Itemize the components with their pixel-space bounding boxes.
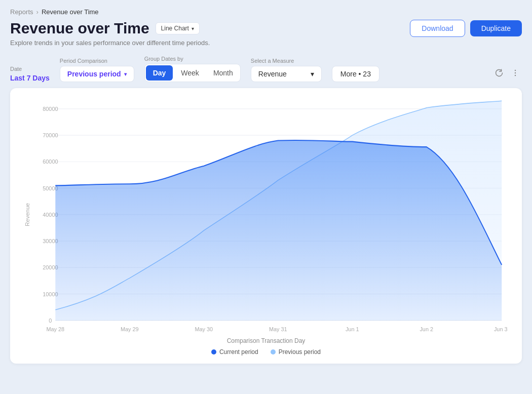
current-period-area (55, 140, 502, 321)
group-dates-label: Group Dates by (144, 56, 241, 62)
group-dates-day-button[interactable]: Day (146, 65, 173, 81)
chevron-down-icon: ▾ (124, 71, 127, 77)
legend-current-period: Current period (211, 348, 258, 356)
chart-type-label: Line Chart (161, 25, 189, 32)
chevron-down-icon: ▾ (311, 70, 314, 78)
svg-text:May 28: May 28 (46, 326, 64, 332)
page-header: Revenue over Time Line Chart ▾ Download … (10, 20, 522, 37)
svg-point-2 (515, 75, 516, 76)
title-area: Revenue over Time Line Chart ▾ (10, 20, 200, 37)
breadcrumb: Reports › Revenue over Time (10, 8, 522, 16)
breadcrumb-parent[interactable]: Reports (10, 8, 33, 16)
icon-actions (492, 66, 522, 82)
more-label: More • 23 (340, 70, 371, 78)
chart-type-button[interactable]: Line Chart ▾ (156, 22, 200, 34)
svg-text:May 29: May 29 (121, 326, 139, 332)
page-subtitle: Explore trends in your sales performance… (10, 39, 522, 47)
svg-text:0: 0 (49, 318, 52, 324)
more-options-icon (511, 68, 520, 77)
legend-current-label: Current period (219, 348, 258, 356)
svg-text:May 30: May 30 (195, 326, 213, 332)
svg-text:80000: 80000 (43, 106, 58, 112)
legend-current-dot (211, 349, 216, 354)
svg-text:70000: 70000 (43, 132, 58, 138)
svg-text:60000: 60000 (43, 159, 58, 165)
period-comparison-dropdown[interactable]: Previous period ▾ (60, 66, 134, 82)
legend-previous-label: Previous period (279, 348, 321, 356)
refresh-button[interactable] (492, 66, 506, 82)
more-options-button[interactable] (509, 66, 522, 82)
measure-dropdown[interactable]: Revenue ▾ (251, 66, 322, 82)
svg-text:May 31: May 31 (269, 326, 287, 332)
date-filter: Date Last 7 Days (10, 66, 50, 82)
duplicate-button[interactable]: Duplicate (470, 20, 522, 36)
header-actions: Download Duplicate (410, 20, 522, 37)
svg-text:Jun 1: Jun 1 (346, 326, 359, 332)
breadcrumb-separator: › (36, 8, 39, 16)
measure-filter: Select a Measure Revenue ▾ (251, 58, 322, 82)
legend-previous-dot (271, 349, 276, 354)
breadcrumb-current: Revenue over Time (42, 8, 99, 16)
chart-area: 0 10000 20000 30000 40000 50000 60000 70… (20, 98, 512, 336)
x-axis-label: Comparison Transaction Day (20, 337, 512, 344)
date-filter-label: Date (10, 66, 50, 72)
period-comparison-label: Period Comparison (60, 58, 134, 64)
page-title: Revenue over Time (10, 20, 149, 37)
chevron-down-icon: ▾ (192, 26, 194, 31)
svg-text:Jun 2: Jun 2 (420, 326, 433, 332)
download-button[interactable]: Download (410, 20, 465, 37)
line-chart-svg: 0 10000 20000 30000 40000 50000 60000 70… (20, 98, 512, 336)
period-comparison-value: Previous period (67, 70, 121, 78)
refresh-icon (495, 68, 504, 77)
svg-point-0 (515, 70, 516, 71)
group-dates-month-button[interactable]: Month (206, 65, 240, 81)
group-dates-week-button[interactable]: Week (174, 65, 206, 81)
chart-legend: Current period Previous period (20, 348, 512, 356)
measure-value: Revenue (258, 70, 287, 78)
measure-filter-label: Select a Measure (251, 58, 322, 64)
group-dates-button-group: Day Week Month (144, 64, 241, 82)
legend-previous-period: Previous period (271, 348, 321, 356)
svg-text:Revenue: Revenue (24, 203, 30, 226)
group-dates-filter: Group Dates by Day Week Month (144, 56, 241, 82)
date-filter-button[interactable]: Last 7 Days (10, 74, 50, 82)
chart-container: 0 10000 20000 30000 40000 50000 60000 70… (10, 88, 522, 364)
svg-point-1 (515, 72, 516, 73)
svg-text:Jun 3: Jun 3 (494, 326, 508, 332)
filters-row: Date Last 7 Days Period Comparison Previ… (10, 56, 522, 82)
more-button[interactable]: More • 23 (332, 66, 379, 82)
more-filter: x More • 23 (332, 58, 379, 82)
period-comparison-filter: Period Comparison Previous period ▾ (60, 58, 134, 82)
